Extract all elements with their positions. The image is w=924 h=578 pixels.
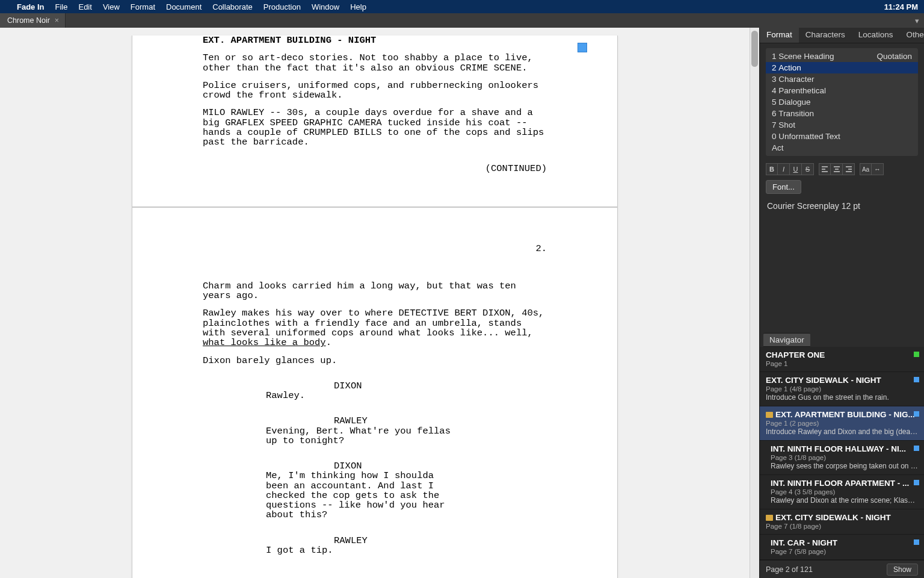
action-paragraph[interactable]: Charm and looks carried him a long way, … [203,281,547,301]
color-tag-icon [914,352,919,357]
scrollbar-thumb[interactable] [751,31,758,67]
align-left-button[interactable] [819,163,831,175]
menu-file[interactable]: File [55,2,68,11]
menu-window[interactable]: Window [312,2,339,11]
script-page-1[interactable]: EXT. APARTMENT BUILDING - NIGHT Ten or s… [132,36,618,207]
format-item-character[interactable]: 3 Character [766,73,918,85]
document-tabbar: Chrome Noir × ▾ [0,13,924,28]
character-cue[interactable]: DIXON [334,461,547,471]
format-item-scene-heading[interactable]: 1 Scene HeadingQuotation [766,51,918,62]
nav-item-chapter[interactable]: CHAPTER ONE Page 1 [760,347,924,372]
format-item-act[interactable]: Act [766,142,918,154]
dialogue[interactable]: I got a tip. [266,545,451,555]
format-item-shot[interactable]: 7 Shot [766,119,918,131]
navigator-statusbar: Page 2 of 121 Show [760,560,924,578]
editor-scroll[interactable]: EXT. APARTMENT BUILDING - NIGHT Ten or s… [0,28,750,578]
menu-format[interactable]: Format [131,2,155,11]
align-right-button[interactable] [843,163,855,175]
folder-icon [766,515,773,521]
nav-item-scene[interactable]: EXT. APARTMENT BUILDING - NIG... Page 1 … [760,406,924,441]
sidebar: Format Characters Locations Other 1 Scen… [759,28,924,578]
dialogue[interactable]: Rawley. [266,391,451,400]
character-cue[interactable]: RAWLEY [334,536,547,545]
tab-locations[interactable]: Locations [852,28,900,43]
close-icon[interactable]: × [55,16,59,25]
action-paragraph[interactable]: Dixon barely glances up. [203,356,547,365]
menu-edit[interactable]: Edit [78,2,91,11]
sidebar-tabs: Format Characters Locations Other [760,28,924,43]
menu-view[interactable]: View [103,2,120,11]
scene-color-tag[interactable] [578,43,587,52]
document-tab[interactable]: Chrome Noir × [0,13,66,28]
editor-scrollbar[interactable] [750,28,759,578]
tab-format[interactable]: Format [760,28,799,43]
format-item-unformatted[interactable]: 0 Unformatted Text [766,131,918,142]
menu-help[interactable]: Help [350,2,366,11]
page-status: Page 2 of 121 [766,565,813,574]
dialogue[interactable]: Me, I'm thinking how I shoulda been an a… [266,471,451,520]
menu-document[interactable]: Document [166,2,202,11]
continued-marker: (CONTINUED) [203,164,547,173]
nav-item-scene[interactable]: INT. CAR - NIGHT Page 7 (5/8 page) [760,535,924,560]
action-paragraph[interactable]: Rawley makes his way over to where DETEC… [203,308,547,347]
format-item-parenthetical[interactable]: 4 Parenthetical [766,85,918,96]
navigator-list[interactable]: CHAPTER ONE Page 1 EXT. CITY SIDEWALK - … [760,347,924,560]
italic-button[interactable]: I [778,163,790,175]
action-paragraph[interactable]: Ten or so art-deco stories. Not too shab… [203,53,547,73]
align-center-button[interactable] [831,163,843,175]
scene-heading[interactable]: EXT. APARTMENT BUILDING - NIGHT [203,36,547,45]
nav-item-scene[interactable]: EXT. CITY SIDEWALK - NIGHT Page 7 (1/8 p… [760,509,924,535]
menu-collaborate[interactable]: Collaborate [212,2,253,11]
dialogue[interactable]: Evening, Bert. What're you fellas up to … [266,426,451,446]
font-description: Courier Screenplay 12 pt [760,199,924,216]
format-element-list: 1 Scene HeadingQuotation 2 Action 3 Char… [766,48,918,156]
chevron-down-icon[interactable]: ▾ [910,16,924,25]
color-tag-icon [914,411,919,417]
format-item-dialogue[interactable]: 5 Dialogue [766,96,918,108]
folder-icon [766,412,773,418]
tab-characters[interactable]: Characters [799,28,852,43]
clock: 11:24 PM [884,2,918,11]
character-cue[interactable]: DIXON [334,381,547,391]
color-tag-icon [914,446,919,451]
navigator-title: Navigator [763,333,810,347]
font-button[interactable]: Font... [766,180,801,194]
show-button[interactable]: Show [887,564,918,576]
nav-item-scene[interactable]: INT. NINTH FLOOR HALLWAY - NI... Page 3 … [760,441,924,475]
action-paragraph[interactable]: Police cruisers, uniformed cops, and rub… [203,81,547,101]
strike-button[interactable]: S [802,163,814,175]
page-number: 2. [203,244,547,253]
menu-production[interactable]: Production [263,2,301,11]
format-toolbar: B I U S Aa ↔ [760,161,924,180]
action-paragraph[interactable]: MILO RAWLEY -- 30s, a couple days overdu… [203,108,547,147]
bold-button[interactable]: B [766,163,778,175]
macos-menubar: Fade In File Edit View Format Document C… [0,0,924,13]
tab-title: Chrome Noir [7,16,50,25]
tab-other[interactable]: Other [900,28,924,43]
case-button[interactable]: Aa [860,163,872,175]
editor-area: EXT. APARTMENT BUILDING - NIGHT Ten or s… [0,28,759,578]
app-name[interactable]: Fade In [17,2,45,11]
script-page-2[interactable]: 2. Charm and looks carried him a long wa… [132,207,618,578]
nav-item-scene[interactable]: EXT. CITY SIDEWALK - NIGHT Page 1 (4/8 p… [760,372,924,406]
color-tag-icon [914,480,919,485]
nav-item-scene[interactable]: INT. NINTH FLOOR APARTMENT - ... Page 4 … [760,475,924,509]
character-cue[interactable]: RAWLEY [334,416,547,426]
color-tag-icon [914,377,919,382]
format-item-action[interactable]: 2 Action [766,62,918,73]
format-item-quotation[interactable]: Quotation [876,52,912,61]
color-tag-icon [914,539,919,545]
format-item-transition[interactable]: 6 Transition [766,108,918,119]
underline-button[interactable]: U [790,163,802,175]
spacing-button[interactable]: ↔ [872,163,884,175]
